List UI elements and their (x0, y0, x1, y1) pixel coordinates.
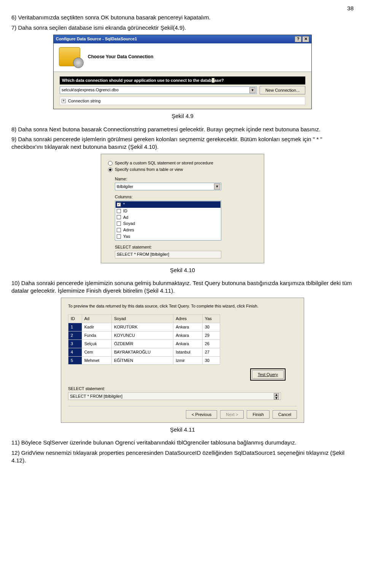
select-statement-field: SELECT * FROM [tblbilgiler] ▲ ▼ (68, 392, 281, 400)
table-header-row: ID Ad Soyad Adres Yas (68, 315, 220, 323)
connection-dropdown[interactable]: selcuk\sqlexpress.Ogrenci.dbo ▼ (60, 86, 257, 94)
table-cell: Ankara (173, 323, 203, 331)
table-cell: 3 (68, 339, 82, 348)
table-cell: 26 (202, 339, 220, 348)
table-row[interactable]: 4CemBAYRAKTAROĞLUIstanbul27 (68, 348, 220, 356)
column-item-yas[interactable]: Yas (116, 233, 221, 240)
chevron-down-icon: ▼ (214, 183, 220, 190)
radio-specify-columns-label: Specify columns from a table or view (115, 167, 183, 172)
col-yas[interactable]: Yas (202, 315, 220, 323)
database-icon (59, 47, 80, 66)
page-number: 38 (11, 5, 354, 12)
new-connection-button[interactable]: New Connection... (260, 86, 305, 94)
table-row[interactable]: 2FundaKOYUNCUAnkara29 (68, 331, 220, 340)
cancel-button[interactable]: Cancel (273, 410, 297, 419)
checkbox-icon[interactable] (117, 234, 121, 239)
table-cell: 29 (202, 331, 220, 340)
columns-label: Columns: (115, 194, 257, 200)
column-label: * (123, 202, 125, 207)
spinner-buttons[interactable]: ▲ ▼ (274, 393, 279, 400)
previous-button[interactable]: < Previous (186, 410, 217, 419)
checkbox-icon[interactable] (117, 221, 121, 226)
table-cell: Ankara (173, 331, 203, 340)
table-cell: BAYRAKTAROĞLU (112, 348, 173, 356)
preview-table: ID Ad Soyad Adres Yas 1KadirKORUTÜRKAnka… (68, 314, 220, 365)
finish-button[interactable]: Finish (247, 410, 269, 419)
column-item-adres[interactable]: Adres (116, 227, 221, 233)
table-cell: 30 (202, 356, 220, 365)
column-label: Ad (123, 215, 128, 220)
separator (68, 406, 297, 406)
dialog-title: Configure Data Source - SqlDataSource1 (56, 36, 137, 42)
table-name-dropdown[interactable]: tblbilgiler ▼ (115, 183, 221, 190)
table-cell: 4 (68, 348, 82, 356)
test-query-instruction: To preview the data returned by this dat… (68, 303, 297, 309)
table-cell: KOYUNCU (112, 331, 173, 340)
radio-custom-sql[interactable]: Specify a custom SQL statement or stored… (108, 160, 257, 166)
column-item-soyad[interactable]: Soyad (116, 220, 221, 227)
select-statement-value: SELECT * FROM [tblbilgiler] (70, 394, 122, 399)
question-part-b: ase? (214, 78, 224, 83)
table-row[interactable]: 5MehmetEĞİTMENIzmir30 (68, 356, 220, 365)
columns-listbox[interactable]: ✓ * ID Ad Soyad Adres Yas (115, 201, 221, 241)
close-button[interactable]: ✕ (302, 36, 309, 42)
expand-icon[interactable]: + (62, 99, 66, 103)
table-row[interactable]: 3SelçukÖZDEMİRAnkara26 (68, 339, 220, 348)
table-cell: Funda (82, 331, 111, 340)
wizard-header: Choose Your Data Connection (54, 43, 311, 72)
column-item-star[interactable]: ✓ * (116, 201, 221, 208)
table-name-value: tblbilgiler (117, 184, 133, 190)
column-label: ID (123, 208, 127, 214)
table-cell: Mehmet (82, 356, 111, 365)
column-label: Soyad (123, 221, 135, 226)
dialog-titlebar: Configure Data Source - SqlDataSource1 ?… (54, 35, 311, 43)
table-row[interactable]: 1KadirKORUTÜRKAnkara30 (68, 323, 220, 331)
checkbox-icon[interactable] (117, 209, 121, 213)
column-item-id[interactable]: ID (116, 208, 221, 214)
table-cell: Ankara (173, 339, 203, 348)
test-query-dialog: To preview the data returned by this dat… (61, 298, 304, 423)
column-item-ad[interactable]: Ad (116, 214, 221, 221)
test-query-button[interactable]: Test Query (252, 370, 284, 379)
connection-dropdown-value: selcuk\sqlexpress.Ogrenci.dbo (62, 87, 119, 93)
select-statement-field: SELECT * FROM [tblbilgiler] (115, 251, 221, 258)
col-id[interactable]: ID (68, 315, 82, 323)
table-cell: ÖZDEMİR (112, 339, 173, 348)
test-query-highlight: Test Query (250, 368, 286, 381)
connection-question: Which data connection should your applic… (60, 76, 305, 84)
table-cell: KORUTÜRK (112, 323, 173, 331)
table-cell: 30 (202, 323, 220, 331)
select-statement-label: SELECT statement: (115, 244, 257, 250)
step-11: 11) Böylece SqlServer üzerinde bulunan O… (11, 439, 354, 446)
checkbox-icon[interactable] (117, 228, 121, 232)
table-cell: Istanbul (173, 348, 203, 356)
figure-4-10-caption: Şekil 4.10 (11, 266, 354, 274)
table-cell: Izmir (173, 356, 203, 365)
connection-string-row[interactable]: + Connection string (60, 97, 305, 105)
table-cell: Cem (82, 348, 111, 356)
table-cell: EĞİTMEN (112, 356, 173, 365)
table-cell: Selçuk (82, 339, 111, 348)
checkbox-icon[interactable]: ✓ (117, 202, 121, 207)
chevron-down-icon[interactable]: ▼ (274, 397, 279, 400)
question-part-a: Which data connection should your applic… (62, 78, 212, 83)
connection-string-label: Connection string (68, 98, 101, 104)
name-label: Name: (115, 176, 257, 182)
next-button: Next > (220, 410, 244, 419)
table-cell: Kadir (82, 323, 111, 331)
figure-4-11-caption: Şekil 4.11 (11, 426, 354, 433)
step-10: 10) Daha sonraki pencerede işlemimizin s… (11, 279, 354, 295)
table-cell: 27 (202, 348, 220, 356)
col-ad[interactable]: Ad (82, 315, 111, 323)
help-button[interactable]: ? (295, 36, 302, 42)
step-6: 6) Veritabanımızda seçtikten sonra OK bu… (11, 14, 354, 21)
checkbox-icon[interactable] (117, 215, 121, 219)
wizard-nav-buttons: < Previous Next > Finish Cancel (68, 410, 297, 419)
radio-icon (108, 161, 113, 166)
col-adres[interactable]: Adres (173, 315, 203, 323)
radio-specify-columns[interactable]: Specify columns from a table or view (108, 167, 257, 172)
col-soyad[interactable]: Soyad (112, 315, 173, 323)
radio-icon (108, 167, 113, 172)
step-7: 7) Daha sonra seçilen database ismi ekra… (11, 24, 354, 32)
configure-data-source-dialog: Configure Data Source - SqlDataSource1 ?… (53, 35, 312, 110)
